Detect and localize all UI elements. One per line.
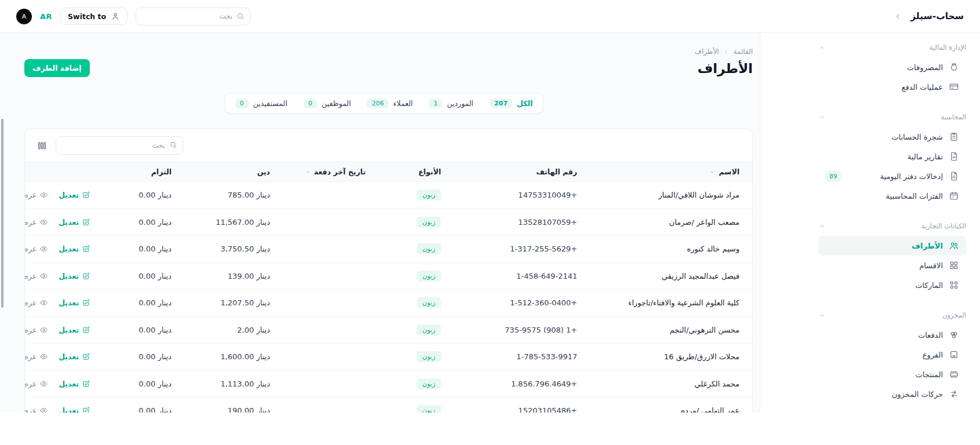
view-label: عرض — [24, 326, 37, 334]
language-label[interactable]: AR — [40, 12, 52, 21]
avatar[interactable]: A — [16, 9, 32, 24]
cell-name: محسن الترهوني/النجم — [590, 326, 752, 334]
sidebar-item-batches[interactable]: الدفعات — [818, 325, 966, 345]
eye-icon — [39, 272, 48, 280]
cell-actions: تعديلعرض — [24, 352, 103, 361]
cell-debt: 11,567.00 دينار — [184, 218, 283, 227]
cell-phone: +14753310049 — [454, 191, 590, 199]
view-button[interactable]: عرض — [24, 352, 48, 361]
sidebar-item-chart-of-accounts[interactable]: شجرة الحسابات — [818, 127, 966, 147]
sidebar-collapse-icon[interactable] — [894, 12, 902, 21]
table-body: مراد شوشان اللافي/المنار+14753310049زبون… — [25, 181, 752, 413]
breadcrumb-item-parties[interactable]: الأطراف — [694, 48, 719, 56]
sidebar-item-parties[interactable]: الأطراف — [818, 236, 966, 256]
tab-suppliers[interactable]: الموردين1 — [429, 99, 473, 108]
tab-label: الموظفين — [322, 99, 351, 108]
pencil-icon — [82, 380, 90, 388]
cell-type: زبون — [378, 405, 454, 413]
tab-employees[interactable]: الموظفين0 — [304, 99, 351, 108]
sidebar-item-label: شجرة الحسابات — [891, 133, 943, 141]
sidebar-item-journal-entries[interactable]: إدخالات دفتر اليومية89 — [818, 166, 966, 186]
cell-name: محلات الازرق/طريق 16 — [590, 352, 752, 361]
sidebar-section-header-accounting[interactable]: المحاسبة — [818, 112, 966, 122]
cell-phone: 1-458-649-2141 — [454, 272, 590, 280]
sidebar-section-header-inventory[interactable]: المخزون — [818, 310, 966, 320]
cell-commitment: 0.00 دينار — [103, 352, 184, 361]
table-search-input[interactable] — [56, 136, 183, 155]
sidebar-item-products[interactable]: المنتجات — [818, 364, 966, 384]
credit-card-icon — [949, 82, 959, 92]
sidebar-item-label: الأطراف — [912, 242, 943, 250]
edit-label: تعديل — [59, 218, 79, 227]
debt-amount: 190.00 دينار — [228, 406, 270, 413]
tab-clients[interactable]: العملاء206 — [367, 99, 413, 108]
edit-button[interactable]: تعديل — [59, 298, 90, 307]
cell-phone: +1 (908) 735-9575 — [454, 326, 590, 334]
view-button[interactable]: عرض — [24, 406, 48, 413]
view-button[interactable]: عرض — [24, 272, 48, 280]
sidebar-item-stock-movements[interactable]: حركات المخزون — [818, 384, 966, 404]
sidebar-item-expenses[interactable]: المصروفات — [818, 57, 966, 77]
edit-label: تعديل — [59, 272, 79, 280]
edit-button[interactable]: تعديل — [59, 245, 90, 253]
cell-type: زبون — [378, 217, 454, 228]
chevron-up-icon — [818, 222, 826, 230]
table-row: فيصل عبدالمجيد الرزيقي1-458-649-2141زبون… — [25, 262, 752, 290]
cell-type: زبون — [378, 271, 454, 282]
topbar-search-input[interactable] — [136, 8, 250, 25]
view-button[interactable]: عرض — [24, 380, 48, 388]
tab-count-badge: 207 — [490, 99, 512, 108]
add-party-button[interactable]: إضافة الطرف — [24, 59, 90, 77]
stock-moves-icon — [949, 389, 959, 399]
edit-button[interactable]: تعديل — [59, 352, 90, 361]
chevron-left-icon — [723, 49, 730, 55]
edit-button[interactable]: تعديل — [59, 218, 90, 227]
type-badge: زبون — [417, 405, 441, 413]
eye-icon — [39, 191, 48, 199]
view-button[interactable]: عرض — [24, 245, 48, 253]
cell-debt: 1,207.50 دينار — [184, 298, 283, 307]
tab-count-badge: 0 — [304, 99, 317, 108]
view-button[interactable]: عرض — [24, 218, 48, 227]
cell-commitment: 0.00 دينار — [103, 298, 184, 307]
view-button[interactable]: عرض — [24, 298, 48, 307]
edit-button[interactable]: تعديل — [59, 191, 90, 199]
debt-amount: 1,113.00 دينار — [220, 380, 270, 388]
column-header-last-payment[interactable]: تاريخ آخر دفعة — [283, 167, 378, 176]
column-header-commitment: التزام — [103, 167, 184, 176]
view-button[interactable]: عرض — [24, 191, 48, 199]
view-button[interactable]: عرض — [24, 326, 48, 334]
edit-button[interactable]: تعديل — [59, 380, 90, 388]
sidebar-section-financial-management: الإدارة الماليةالمصروفاتعمليات الدفع — [818, 42, 966, 97]
app-window: سحاب-سيلز Switch to AR A الإدارة المالية… — [0, 0, 980, 413]
commitment-amount: 0.00 دينار — [139, 352, 172, 361]
sidebar-item-label: الماركات — [915, 281, 943, 290]
sidebar-section-header-financial-management[interactable]: الإدارة المالية — [818, 42, 966, 53]
cell-actions: تعديلعرض — [24, 326, 103, 334]
pencil-icon — [82, 272, 90, 280]
edit-button[interactable]: تعديل — [59, 326, 90, 334]
sidebar-section-header-business-entities[interactable]: الكيانات التجارية — [818, 221, 966, 231]
tabs-pill: الكل207الموردين1العملاء206الموظفين0المست… — [224, 93, 544, 114]
sidebar-item-payment-operations[interactable]: عمليات الدفع — [818, 77, 966, 97]
sidebar-item-label: تقارير مالية — [908, 152, 943, 161]
breadcrumb-item-list[interactable]: القائمة — [734, 48, 753, 56]
sidebar-item-label: المصروفات — [907, 63, 943, 72]
column-header-name[interactable]: الاسم — [590, 167, 752, 176]
sidebar-item-financial-reports[interactable]: تقارير مالية — [818, 147, 966, 166]
cell-phone: 1-785-533-9917 — [454, 352, 590, 361]
search-icon — [236, 12, 245, 21]
cell-name: فيصل عبدالمجيد الرزيقي — [590, 272, 752, 280]
sidebar-item-brands[interactable]: الماركات — [818, 275, 966, 295]
cell-phone: +1.856.796.4649 — [454, 380, 590, 388]
switch-to-button[interactable]: Switch to — [60, 8, 127, 25]
column-header-label: تاريخ آخر دفعة — [314, 167, 366, 176]
edit-button[interactable]: تعديل — [59, 272, 90, 280]
columns-toggle-icon[interactable] — [37, 140, 48, 151]
tab-beneficiaries[interactable]: المستفيدين0 — [235, 99, 287, 108]
sidebar-item-departments[interactable]: الاقسام — [818, 256, 966, 275]
edit-button[interactable]: تعديل — [59, 406, 90, 413]
sidebar-item-branches[interactable]: الفروع — [818, 345, 966, 364]
sidebar-item-accounting-periods[interactable]: الفترات المحاسبية — [818, 186, 966, 206]
tab-all[interactable]: الكل207 — [490, 99, 533, 108]
